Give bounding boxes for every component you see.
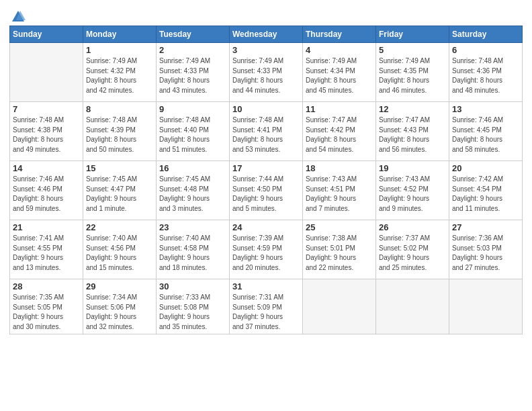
day-info: Sunrise: 7:49 AMSunset: 4:33 PMDaylight:… bbox=[159, 57, 210, 94]
calendar-cell: 15Sunrise: 7:45 AMSunset: 4:47 PMDayligh… bbox=[83, 161, 157, 220]
day-number: 13 bbox=[452, 104, 519, 114]
week-row-3: 14Sunrise: 7:46 AMSunset: 4:46 PMDayligh… bbox=[10, 161, 523, 220]
calendar-cell bbox=[376, 279, 449, 334]
calendar-cell: 21Sunrise: 7:41 AMSunset: 4:55 PMDayligh… bbox=[10, 220, 83, 279]
calendar-cell: 30Sunrise: 7:33 AMSunset: 5:08 PMDayligh… bbox=[157, 279, 230, 334]
day-info: Sunrise: 7:31 AMSunset: 5:09 PMDaylight:… bbox=[232, 293, 283, 330]
weekday-header-tuesday: Tuesday bbox=[157, 26, 230, 43]
day-info: Sunrise: 7:39 AMSunset: 4:59 PMDaylight:… bbox=[232, 234, 283, 271]
day-info: Sunrise: 7:37 AMSunset: 5:02 PMDaylight:… bbox=[379, 234, 430, 271]
day-info: Sunrise: 7:40 AMSunset: 4:58 PMDaylight:… bbox=[159, 234, 210, 271]
day-number: 28 bbox=[13, 281, 80, 291]
calendar-cell: 23Sunrise: 7:40 AMSunset: 4:58 PMDayligh… bbox=[157, 220, 230, 279]
day-number: 9 bbox=[159, 104, 226, 114]
day-number: 4 bbox=[306, 45, 373, 55]
day-info: Sunrise: 7:35 AMSunset: 5:05 PMDaylight:… bbox=[13, 293, 64, 330]
weekday-header-saturday: Saturday bbox=[449, 26, 523, 43]
day-info: Sunrise: 7:49 AMSunset: 4:34 PMDaylight:… bbox=[306, 57, 357, 94]
day-number: 1 bbox=[86, 45, 153, 55]
calendar-cell: 7Sunrise: 7:48 AMSunset: 4:38 PMDaylight… bbox=[10, 102, 83, 161]
calendar-cell: 25Sunrise: 7:38 AMSunset: 5:01 PMDayligh… bbox=[303, 220, 376, 279]
calendar-cell: 27Sunrise: 7:36 AMSunset: 5:03 PMDayligh… bbox=[449, 220, 523, 279]
day-number: 8 bbox=[86, 104, 153, 114]
day-number: 21 bbox=[13, 222, 80, 232]
day-info: Sunrise: 7:40 AMSunset: 4:56 PMDaylight:… bbox=[86, 234, 137, 271]
logo-icon bbox=[11, 9, 26, 24]
day-number: 20 bbox=[452, 163, 519, 173]
calendar-cell: 18Sunrise: 7:43 AMSunset: 4:51 PMDayligh… bbox=[303, 161, 376, 220]
day-info: Sunrise: 7:48 AMSunset: 4:38 PMDaylight:… bbox=[13, 116, 64, 153]
calendar-cell: 11Sunrise: 7:47 AMSunset: 4:42 PMDayligh… bbox=[303, 102, 376, 161]
weekday-header-friday: Friday bbox=[376, 26, 449, 43]
day-number: 3 bbox=[232, 45, 300, 55]
day-info: Sunrise: 7:47 AMSunset: 4:42 PMDaylight:… bbox=[306, 116, 357, 153]
day-info: Sunrise: 7:48 AMSunset: 4:36 PMDaylight:… bbox=[452, 57, 503, 94]
day-info: Sunrise: 7:41 AMSunset: 4:55 PMDaylight:… bbox=[13, 234, 64, 271]
calendar-cell bbox=[303, 279, 376, 334]
weekday-header-wednesday: Wednesday bbox=[230, 26, 303, 43]
day-info: Sunrise: 7:45 AMSunset: 4:47 PMDaylight:… bbox=[86, 175, 137, 212]
day-number: 18 bbox=[306, 163, 373, 173]
day-info: Sunrise: 7:49 AMSunset: 4:35 PMDaylight:… bbox=[379, 57, 430, 94]
day-number: 31 bbox=[232, 281, 300, 291]
day-info: Sunrise: 7:44 AMSunset: 4:50 PMDaylight:… bbox=[232, 175, 283, 212]
calendar-cell: 17Sunrise: 7:44 AMSunset: 4:50 PMDayligh… bbox=[230, 161, 303, 220]
day-number: 16 bbox=[159, 163, 226, 173]
weekday-header-thursday: Thursday bbox=[303, 26, 376, 43]
calendar-cell: 10Sunrise: 7:48 AMSunset: 4:41 PMDayligh… bbox=[230, 102, 303, 161]
calendar-cell: 16Sunrise: 7:45 AMSunset: 4:48 PMDayligh… bbox=[157, 161, 230, 220]
day-info: Sunrise: 7:46 AMSunset: 4:45 PMDaylight:… bbox=[452, 116, 503, 153]
day-number: 30 bbox=[159, 281, 226, 291]
day-info: Sunrise: 7:33 AMSunset: 5:08 PMDaylight:… bbox=[159, 293, 210, 330]
day-number: 17 bbox=[232, 163, 300, 173]
week-row-4: 21Sunrise: 7:41 AMSunset: 4:55 PMDayligh… bbox=[10, 220, 523, 279]
day-number: 27 bbox=[452, 222, 519, 232]
calendar: SundayMondayTuesdayWednesdayThursdayFrid… bbox=[9, 26, 523, 334]
day-number: 19 bbox=[379, 163, 446, 173]
day-number: 14 bbox=[13, 163, 80, 173]
calendar-cell: 5Sunrise: 7:49 AMSunset: 4:35 PMDaylight… bbox=[376, 43, 449, 102]
day-info: Sunrise: 7:38 AMSunset: 5:01 PMDaylight:… bbox=[306, 234, 357, 271]
calendar-cell: 19Sunrise: 7:43 AMSunset: 4:52 PMDayligh… bbox=[376, 161, 449, 220]
calendar-cell: 22Sunrise: 7:40 AMSunset: 4:56 PMDayligh… bbox=[83, 220, 157, 279]
weekday-header-monday: Monday bbox=[83, 26, 157, 43]
day-number: 12 bbox=[379, 104, 446, 114]
day-number: 22 bbox=[86, 222, 153, 232]
calendar-cell: 28Sunrise: 7:35 AMSunset: 5:05 PMDayligh… bbox=[10, 279, 83, 334]
day-info: Sunrise: 7:48 AMSunset: 4:41 PMDaylight:… bbox=[232, 116, 283, 153]
week-row-2: 7Sunrise: 7:48 AMSunset: 4:38 PMDaylight… bbox=[10, 102, 523, 161]
day-info: Sunrise: 7:36 AMSunset: 5:03 PMDaylight:… bbox=[452, 234, 503, 271]
calendar-cell bbox=[10, 43, 83, 102]
calendar-cell: 4Sunrise: 7:49 AMSunset: 4:34 PMDaylight… bbox=[303, 43, 376, 102]
day-info: Sunrise: 7:34 AMSunset: 5:06 PMDaylight:… bbox=[86, 293, 137, 330]
day-info: Sunrise: 7:48 AMSunset: 4:39 PMDaylight:… bbox=[86, 116, 137, 153]
day-info: Sunrise: 7:43 AMSunset: 4:51 PMDaylight:… bbox=[306, 175, 357, 212]
calendar-cell: 13Sunrise: 7:46 AMSunset: 4:45 PMDayligh… bbox=[449, 102, 523, 161]
day-info: Sunrise: 7:47 AMSunset: 4:43 PMDaylight:… bbox=[379, 116, 430, 153]
calendar-cell: 1Sunrise: 7:49 AMSunset: 4:32 PMDaylight… bbox=[83, 43, 157, 102]
calendar-cell: 8Sunrise: 7:48 AMSunset: 4:39 PMDaylight… bbox=[83, 102, 157, 161]
day-info: Sunrise: 7:48 AMSunset: 4:40 PMDaylight:… bbox=[159, 116, 210, 153]
day-number: 15 bbox=[86, 163, 153, 173]
day-number: 11 bbox=[306, 104, 373, 114]
weekday-header-sunday: Sunday bbox=[10, 26, 83, 43]
day-number: 29 bbox=[86, 281, 153, 291]
day-number: 25 bbox=[306, 222, 373, 232]
day-info: Sunrise: 7:43 AMSunset: 4:52 PMDaylight:… bbox=[379, 175, 430, 212]
calendar-cell: 24Sunrise: 7:39 AMSunset: 4:59 PMDayligh… bbox=[230, 220, 303, 279]
header bbox=[9, 7, 523, 21]
day-info: Sunrise: 7:42 AMSunset: 4:54 PMDaylight:… bbox=[452, 175, 503, 212]
calendar-cell: 3Sunrise: 7:49 AMSunset: 4:33 PMDaylight… bbox=[230, 43, 303, 102]
calendar-cell: 2Sunrise: 7:49 AMSunset: 4:33 PMDaylight… bbox=[157, 43, 230, 102]
day-number: 26 bbox=[379, 222, 446, 232]
week-row-1: 1Sunrise: 7:49 AMSunset: 4:32 PMDaylight… bbox=[10, 43, 523, 102]
calendar-cell: 20Sunrise: 7:42 AMSunset: 4:54 PMDayligh… bbox=[449, 161, 523, 220]
calendar-header: SundayMondayTuesdayWednesdayThursdayFrid… bbox=[10, 26, 523, 43]
calendar-cell: 26Sunrise: 7:37 AMSunset: 5:02 PMDayligh… bbox=[376, 220, 449, 279]
day-info: Sunrise: 7:49 AMSunset: 4:32 PMDaylight:… bbox=[86, 57, 137, 94]
day-number: 5 bbox=[379, 45, 446, 55]
calendar-cell: 14Sunrise: 7:46 AMSunset: 4:46 PMDayligh… bbox=[10, 161, 83, 220]
day-number: 2 bbox=[159, 45, 226, 55]
day-info: Sunrise: 7:46 AMSunset: 4:46 PMDaylight:… bbox=[13, 175, 64, 212]
calendar-body: 1Sunrise: 7:49 AMSunset: 4:32 PMDaylight… bbox=[10, 43, 523, 334]
